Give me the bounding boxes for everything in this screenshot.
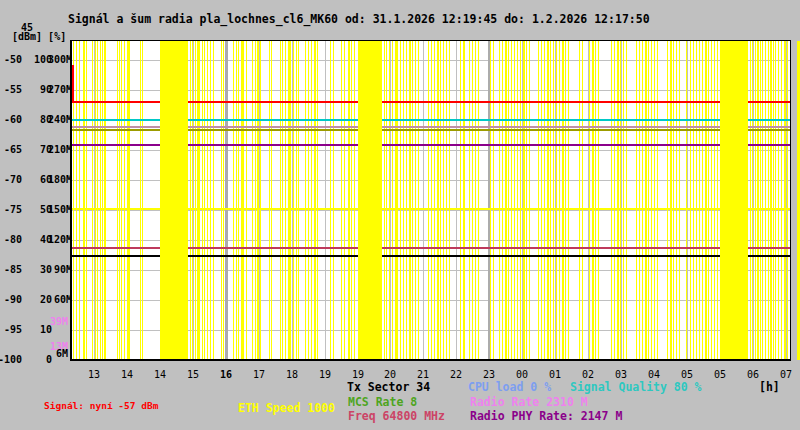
event-stripe xyxy=(714,41,715,359)
chart-title: Signál a šum radia pla_lochnes_cl6_MK60 … xyxy=(68,12,650,26)
event-stripe xyxy=(333,41,334,359)
x-axis-hour-label: 22 xyxy=(442,368,470,381)
event-stripe xyxy=(781,41,782,359)
event-stripe xyxy=(236,41,237,359)
event-stripe xyxy=(296,41,297,359)
legend-hour-unit: [h] xyxy=(759,380,780,394)
y-axis-dbm-label: -80 xyxy=(0,233,22,246)
event-stripe xyxy=(690,41,691,359)
y-axis-dbm-label: -100 xyxy=(0,353,22,366)
event-stripe xyxy=(223,41,224,359)
event-stripe xyxy=(469,41,470,359)
y-axis-units: [dBm] [%] xyxy=(12,31,66,43)
event-stripe xyxy=(757,41,759,359)
event-stripe xyxy=(617,41,619,359)
y-axis-dbm-label: -50 xyxy=(0,53,22,66)
event-stripe xyxy=(443,41,444,359)
event-stripe xyxy=(290,41,291,359)
event-stripe xyxy=(314,41,316,359)
x-axis-hour-label: 05 xyxy=(706,368,734,381)
event-stripe xyxy=(389,41,390,359)
y-axis-rate-label: 60M xyxy=(44,293,72,306)
event-stripe xyxy=(579,41,580,359)
event-stripe xyxy=(775,41,776,359)
event-stripe xyxy=(472,41,473,359)
x-axis-hour-label: 15 xyxy=(179,368,207,381)
event-stripe xyxy=(199,41,200,359)
event-stripe xyxy=(592,41,594,359)
event-stripe xyxy=(192,41,193,359)
event-stripe xyxy=(790,41,791,359)
event-stripe xyxy=(547,41,549,359)
event-stripe xyxy=(657,41,658,359)
event-stripe xyxy=(568,41,569,359)
event-stripe xyxy=(293,41,294,359)
v-gridline xyxy=(687,41,688,359)
legend-cpu-load: CPU load 0 % xyxy=(468,380,551,394)
event-stripe xyxy=(190,41,191,359)
event-stripe xyxy=(717,41,718,359)
event-stripe xyxy=(195,41,196,359)
event-stripe xyxy=(565,41,566,359)
event-stripe xyxy=(508,41,509,359)
y-axis-rate-label: 240M xyxy=(44,113,72,126)
event-stripe xyxy=(269,41,270,359)
legend-signal-quality: Signal Quality 80 % xyxy=(570,380,702,394)
event-stripe xyxy=(86,41,87,359)
event-stripe xyxy=(673,41,674,359)
event-stripe xyxy=(773,41,774,359)
y-axis-extra-label: 39M xyxy=(40,315,68,328)
y-axis-dbm-label: -90 xyxy=(0,293,22,306)
event-stripe xyxy=(397,41,398,359)
event-stripe xyxy=(207,41,208,359)
x-axis-hour-label: 14 xyxy=(113,368,141,381)
y-axis-dbm-label: -70 xyxy=(0,173,22,186)
y-axis-dbm-label: -65 xyxy=(0,143,22,156)
y-axis-dbm-label: -75 xyxy=(0,203,22,216)
event-stripe xyxy=(308,41,309,359)
event-stripe xyxy=(204,41,205,359)
event-stripe xyxy=(129,41,130,359)
event-stripe xyxy=(523,41,525,359)
event-stripe xyxy=(636,41,637,359)
event-stripe xyxy=(305,41,306,359)
event-stripe xyxy=(102,41,103,359)
event-stripe xyxy=(460,41,461,359)
y-axis-row: -7550150M xyxy=(0,203,72,216)
event-stripe xyxy=(639,41,640,359)
y-axis-row: -6080240M xyxy=(0,113,72,126)
x-axis-hour-label: 18 xyxy=(278,368,306,381)
y-axis-rate-label: 90M xyxy=(44,263,72,276)
x-axis-hour-label: 14 xyxy=(146,368,174,381)
event-stripe xyxy=(354,41,355,359)
x-axis-hour-label: 13 xyxy=(80,368,108,381)
event-stripe xyxy=(770,41,772,359)
event-stripe xyxy=(755,41,756,359)
event-stripe xyxy=(403,41,404,359)
legend-eth-speed: ETH Speed 1000 xyxy=(238,401,335,415)
event-stripe xyxy=(648,41,649,359)
event-stripe xyxy=(623,41,624,359)
event-stripe xyxy=(257,41,259,359)
event-stripe xyxy=(117,41,118,359)
event-stripe xyxy=(97,41,98,359)
event-stripe xyxy=(104,41,106,359)
event-stripe xyxy=(499,41,500,359)
event-stripe xyxy=(446,41,447,359)
event-stripe xyxy=(76,41,77,359)
event-stripe xyxy=(708,41,709,359)
event-stripe xyxy=(620,41,621,359)
y-axis-row: -902060M xyxy=(0,293,72,306)
event-stripe xyxy=(667,41,668,359)
event-stripe xyxy=(611,41,612,359)
event-stripe xyxy=(298,41,299,359)
event-stripe xyxy=(762,41,763,359)
event-stripe xyxy=(400,41,401,359)
event-stripe xyxy=(651,41,652,359)
event-stripe xyxy=(595,41,596,359)
event-stripe xyxy=(121,41,122,359)
event-stripe xyxy=(562,41,564,359)
event-stripe xyxy=(260,41,261,359)
event-stripe xyxy=(750,41,751,359)
event-stripe xyxy=(213,41,214,359)
